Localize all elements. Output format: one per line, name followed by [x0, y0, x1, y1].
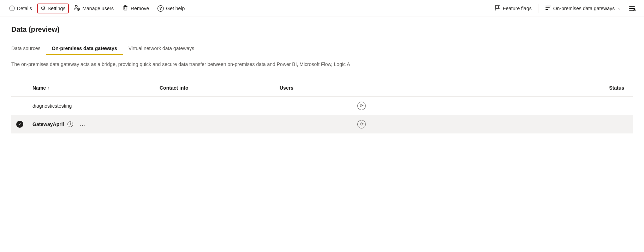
table-row[interactable]: diagnosticstesting ⟳ [11, 97, 633, 115]
details-label: Details [17, 6, 32, 11]
row2-info-button[interactable]: i [67, 121, 74, 128]
tab-on-premises[interactable]: On-premises data gateways [46, 42, 123, 55]
settings-button[interactable]: ⚙ Settings [37, 4, 69, 13]
get-help-button[interactable]: ? Get help [154, 3, 188, 14]
svg-rect-13 [629, 8, 635, 9]
row2-name: GatewayApril [32, 121, 64, 127]
main-content: Data (preview) Data sources On-premises … [0, 17, 644, 142]
svg-point-0 [75, 5, 77, 7]
col-check [11, 82, 28, 94]
row2-check-cell: ✓ [11, 116, 28, 132]
feature-flags-icon [494, 5, 501, 12]
remove-button[interactable]: Remove [119, 2, 153, 14]
feature-flags-button[interactable]: Feature flags [491, 2, 535, 14]
col-status: Status [353, 82, 633, 94]
feature-flags-label: Feature flags [503, 6, 532, 11]
data-table: Name ↑ Contact info Users Status diagnos… [11, 79, 633, 133]
toolbar-right: Feature flags On-premises data gateways … [491, 2, 638, 14]
chevron-down-icon: ⌄ [618, 6, 621, 11]
row1-name-cell: diagnosticstesting [28, 99, 155, 113]
table-row[interactable]: ✓ GatewayApril i … ⟳ [11, 115, 633, 133]
tabs-container: Data sources On-premises data gateways V… [11, 42, 633, 55]
sort-icon: ↑ [47, 86, 49, 90]
row1-users-cell [275, 102, 353, 110]
remove-icon [122, 5, 129, 12]
settings-icon: ⚙ [41, 6, 46, 11]
row2-check-icon: ✓ [16, 121, 23, 128]
info-circle-icon: i [67, 121, 73, 127]
row2-name-cell: GatewayApril i … [28, 115, 155, 133]
details-icon: ⓘ [9, 6, 15, 11]
get-help-label: Get help [166, 6, 185, 11]
manage-users-icon [74, 5, 80, 12]
toolbar-divider [538, 4, 538, 13]
on-premises-label: On-premises data gateways [553, 6, 615, 11]
col-users: Users [275, 82, 353, 94]
row2-users-cell [275, 120, 353, 128]
tab-virtual-network[interactable]: Virtual network data gateways [123, 42, 200, 55]
table-header: Name ↑ Contact info Users Status [11, 79, 633, 97]
row2-ellipsis-button[interactable]: … [77, 120, 88, 129]
svg-rect-5 [124, 7, 127, 10]
col-name[interactable]: Name ↑ [28, 82, 155, 94]
manage-users-label: Manage users [82, 6, 114, 11]
col-contact: Contact info [155, 82, 275, 94]
description-text: The on-premises data gateway acts as a b… [11, 61, 633, 68]
on-premises-icon [545, 5, 552, 12]
remove-label: Remove [131, 6, 149, 11]
get-help-icon: ? [157, 5, 164, 12]
row2-contact-cell [155, 120, 275, 128]
row1-status-cell: ⟳ [353, 97, 633, 114]
row1-check-cell [11, 102, 28, 110]
page-title: Data (preview) [11, 25, 633, 34]
tab-data-sources[interactable]: Data sources [11, 42, 46, 55]
svg-rect-11 [545, 9, 548, 10]
more-options-button[interactable] [626, 3, 638, 14]
row1-status-icon: ⟳ [357, 102, 366, 110]
svg-rect-12 [629, 6, 635, 7]
row2-status-icon: ⟳ [357, 120, 366, 128]
svg-rect-9 [545, 6, 551, 6]
toolbar-left: ⓘ Details ⚙ Settings Manage users [6, 2, 489, 14]
row1-contact-cell [155, 102, 275, 110]
svg-rect-10 [545, 7, 550, 8]
more-icon [628, 5, 636, 12]
toolbar: ⓘ Details ⚙ Settings Manage users [0, 0, 644, 17]
details-button[interactable]: ⓘ Details [6, 4, 36, 13]
row2-status-cell: ⟳ [353, 116, 633, 133]
settings-label: Settings [48, 6, 66, 11]
on-premises-gateways-button[interactable]: On-premises data gateways ⌄ [541, 2, 624, 14]
manage-users-button[interactable]: Manage users [70, 2, 117, 14]
